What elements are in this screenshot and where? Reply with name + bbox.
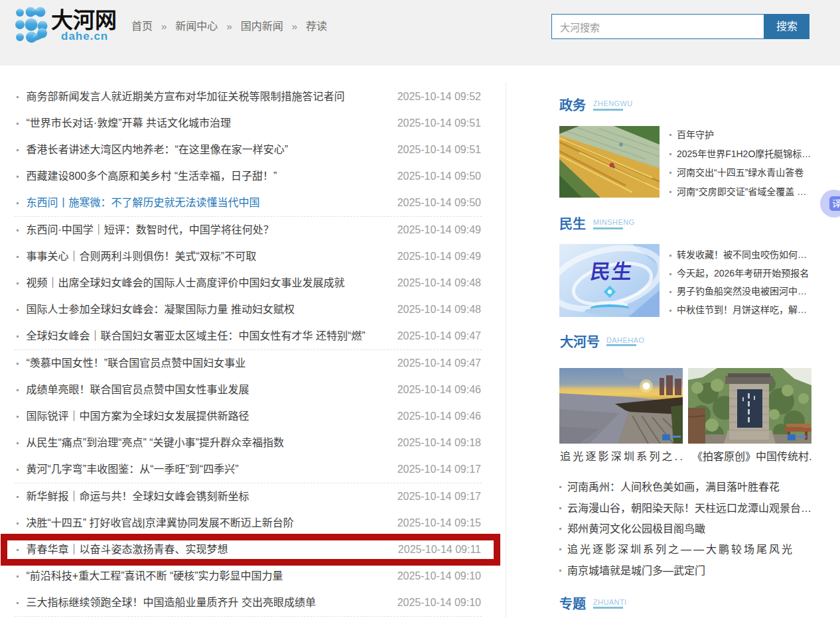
svg-text:民生: 民生	[589, 261, 635, 282]
svg-text:dahe.cn: dahe.cn	[61, 30, 108, 42]
svg-text:大河网: 大河网	[51, 8, 117, 32]
